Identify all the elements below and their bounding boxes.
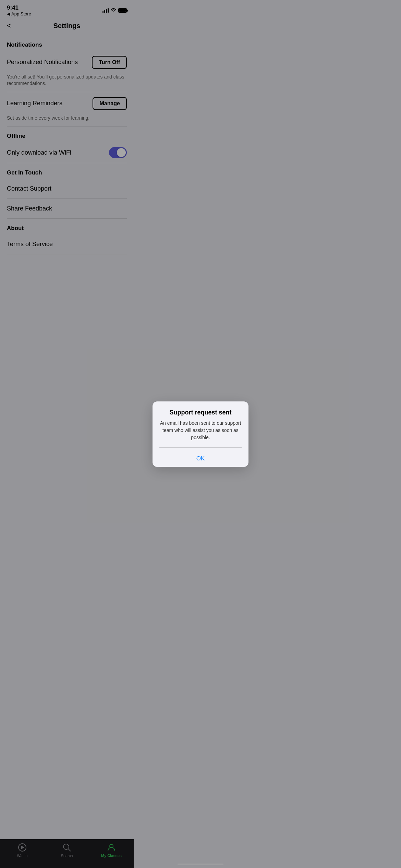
modal-overlay[interactable]: Support request sent An email has been s…: [0, 0, 134, 289]
